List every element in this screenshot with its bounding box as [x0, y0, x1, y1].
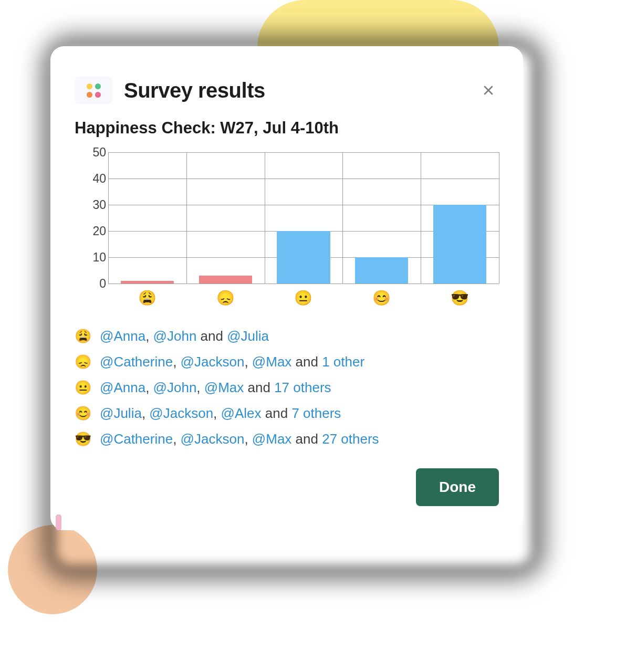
user-mention[interactable]: 27 others: [322, 431, 379, 447]
text-separator: and: [291, 354, 322, 370]
user-mention[interactable]: @John: [153, 380, 197, 395]
modal-header: Survey results: [75, 77, 499, 104]
text-separator: and: [244, 380, 274, 395]
answer-row: 😐@Anna, @John, @Max and 17 others: [75, 380, 499, 396]
text-separator: ,: [244, 354, 252, 370]
answer-row: 😩@Anna, @John and @Julia: [75, 328, 499, 344]
user-mention[interactable]: @Anna: [100, 328, 145, 344]
chart-vline: [186, 152, 187, 284]
user-mention[interactable]: @Jackson: [149, 405, 213, 421]
user-mention[interactable]: 17 others: [274, 380, 331, 395]
bar-chart: 😩😞😐😊😎 01020304050: [77, 152, 499, 310]
answer-emoji-icon: 😎: [75, 431, 90, 447]
done-button[interactable]: Done: [416, 468, 499, 506]
chart-gridline: [108, 284, 499, 284]
chart-vline: [265, 152, 265, 284]
chart-xtick-label: 😩: [108, 286, 186, 310]
user-mention[interactable]: @Jackson: [181, 431, 245, 447]
user-mention[interactable]: 1 other: [322, 354, 364, 370]
close-icon: [482, 84, 495, 97]
answer-emoji-icon: 😩: [75, 328, 90, 344]
chart-ytick-label: 10: [79, 250, 106, 265]
text-separator: ,: [196, 380, 204, 395]
survey-results-modal: Survey results Happiness Check: W27, Jul…: [50, 46, 523, 530]
answer-row: 😊@Julia, @Jackson, @Alex and 7 others: [75, 405, 499, 422]
chart-xtick-label: 😞: [186, 286, 265, 310]
chart-ytick-label: 0: [79, 277, 106, 291]
chart-xtick-label: 😐: [265, 286, 343, 310]
user-mention[interactable]: @Alex: [221, 405, 262, 421]
text-separator: ,: [142, 405, 149, 421]
user-mention[interactable]: @Julia: [100, 405, 142, 421]
text-separator: and: [291, 431, 322, 447]
answer-row: 😎@Catherine, @Jackson, @Max and 27 other…: [75, 431, 499, 447]
answer-text: @Anna, @John, @Max and 17 others: [100, 380, 331, 396]
answer-emoji-icon: 😐: [75, 380, 90, 396]
chart-ytick-label: 20: [79, 224, 106, 238]
text-separator: and: [262, 405, 292, 421]
text-separator: and: [196, 328, 227, 344]
answer-emoji-icon: 😞: [75, 354, 90, 370]
answer-emoji-icon: 😊: [75, 405, 90, 422]
user-mention[interactable]: @Julia: [227, 328, 269, 344]
chart-vline: [342, 152, 343, 284]
chart-ytick-label: 30: [79, 198, 106, 212]
user-mention[interactable]: @Catherine: [100, 431, 173, 447]
user-mention[interactable]: @Max: [252, 431, 292, 447]
answer-text: @Catherine, @Jackson, @Max and 27 others: [100, 431, 379, 447]
text-separator: ,: [145, 380, 153, 395]
text-separator: ,: [213, 405, 221, 421]
text-separator: ,: [173, 431, 180, 447]
chart-xtick-label: 😊: [342, 286, 421, 310]
answer-row: 😞@Catherine, @Jackson, @Max and 1 other: [75, 354, 499, 370]
survey-subtitle: Happiness Check: W27, Jul 4-10th: [75, 119, 499, 138]
chart-vline: [421, 152, 421, 284]
user-mention[interactable]: @Jackson: [181, 354, 245, 370]
user-mention[interactable]: @Catherine: [100, 354, 173, 370]
modal-footer: Done: [75, 468, 499, 506]
answer-list: 😩@Anna, @John and @Julia😞@Catherine, @Ja…: [75, 328, 499, 447]
chart-vline: [499, 152, 499, 284]
chart-x-axis: 😩😞😐😊😎: [108, 286, 499, 310]
text-separator: ,: [244, 431, 252, 447]
chart-ytick-label: 40: [79, 172, 106, 186]
chart-ytick-label: 50: [79, 145, 106, 160]
app-logo-icon: [75, 77, 112, 104]
user-mention[interactable]: @Max: [252, 354, 292, 370]
chart-xtick-label: 😎: [421, 286, 499, 310]
text-separator: ,: [145, 328, 153, 344]
user-mention[interactable]: @Anna: [100, 380, 145, 395]
chart-gridline: [108, 152, 499, 153]
user-mention[interactable]: @John: [153, 328, 197, 344]
chart-gridline: [108, 178, 499, 179]
close-button[interactable]: [478, 80, 499, 101]
chart-plot-area: [108, 152, 499, 284]
answer-text: @Catherine, @Jackson, @Max and 1 other: [100, 354, 364, 370]
answer-text: @Julia, @Jackson, @Alex and 7 others: [100, 405, 341, 422]
text-separator: ,: [173, 354, 180, 370]
answer-text: @Anna, @John and @Julia: [100, 328, 269, 344]
user-mention[interactable]: 7 others: [291, 405, 341, 421]
chart-vline: [108, 152, 109, 284]
user-mention[interactable]: @Max: [204, 380, 244, 395]
modal-title: Survey results: [124, 79, 265, 102]
